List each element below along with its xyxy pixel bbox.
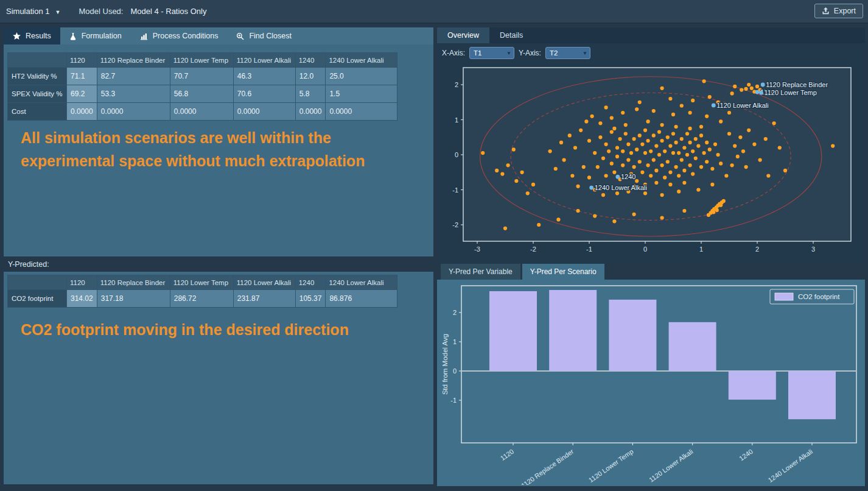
experiment-point	[778, 146, 782, 149]
value-cell[interactable]: 1.5	[326, 85, 397, 103]
tab-results-label: Results	[26, 32, 51, 40]
experiment-point	[598, 135, 602, 139]
y-pred-bar-chart: -101211201120 Replace Binder1120 Lower T…	[440, 281, 863, 485]
experiment-point	[582, 165, 586, 169]
experiment-point	[520, 171, 524, 174]
y-tick-label: 0	[455, 151, 458, 158]
bar[interactable]	[549, 290, 597, 371]
experiment-point	[632, 213, 636, 216]
bar[interactable]	[609, 300, 656, 371]
table-corner-cell	[8, 53, 67, 68]
table-corner-cell	[8, 275, 67, 290]
experiment-point	[727, 132, 731, 135]
value-cell[interactable]: 69.2	[67, 85, 97, 103]
experiment-point	[554, 167, 558, 171]
tab-formulation[interactable]: Formulation	[60, 27, 131, 44]
row-label: Cost	[8, 103, 67, 121]
value-cell[interactable]: 0.0000	[233, 103, 295, 121]
bar[interactable]	[669, 322, 716, 371]
experiment-point	[668, 183, 672, 186]
model-name: Model 4 - Ratios Only	[130, 7, 206, 16]
scenario-point[interactable]	[712, 104, 716, 108]
value-cell[interactable]: 0.0000	[97, 103, 170, 121]
row-label: CO2 footprint	[8, 290, 67, 308]
scenario-point[interactable]	[616, 175, 620, 179]
experiment-point	[736, 155, 740, 158]
axis-controls: X-Axis: T1 ▼ Y-Axis: T2 ▼	[442, 47, 590, 59]
value-cell[interactable]: 0.0000	[170, 103, 233, 121]
value-cell[interactable]: 56.8	[170, 85, 233, 103]
value-cell[interactable]: 86.876	[326, 290, 397, 308]
experiment-point	[710, 183, 714, 186]
scenario-point[interactable]	[759, 91, 763, 95]
experiment-point	[712, 210, 715, 214]
export-icon	[822, 7, 830, 15]
annotation-experimental-space: All simulation scenarios are well within…	[21, 126, 365, 172]
value-cell[interactable]: 25.0	[326, 68, 397, 85]
scenario-point[interactable]	[761, 83, 765, 87]
simulation-selector[interactable]: Simulation 1 ▼	[6, 7, 60, 16]
value-cell[interactable]: 0.0000	[326, 103, 397, 121]
scenario-point[interactable]	[755, 90, 760, 94]
y-tick-label: -1	[452, 186, 458, 194]
scenario-point[interactable]	[589, 186, 593, 190]
experiment-point	[646, 119, 650, 123]
x-axis-dropdown[interactable]: T1 ▼	[469, 47, 514, 59]
simulation-label: Simulation 1	[6, 7, 50, 16]
experiment-point	[677, 151, 681, 155]
experiment-point	[766, 174, 770, 177]
experiment-point	[610, 161, 614, 165]
experiment-point	[666, 135, 670, 139]
value-cell[interactable]: 71.1	[67, 68, 97, 85]
top-bar: Simulation 1 ▼ Model Used: Model 4 - Rat…	[0, 0, 868, 24]
tab-y-pred-per-scenario[interactable]: Y-Pred Per Scenario	[522, 264, 604, 280]
experiment-point	[699, 125, 703, 129]
value-cell[interactable]: 5.8	[295, 85, 326, 103]
value-cell[interactable]: 46.3	[233, 68, 295, 85]
flask-icon	[69, 32, 77, 40]
value-cell[interactable]: 12.0	[295, 68, 326, 85]
value-cell[interactable]: 105.37	[295, 290, 326, 308]
experiment-point	[677, 189, 681, 193]
value-cell[interactable]: 231.87	[233, 290, 295, 308]
experiment-point	[587, 139, 591, 143]
tab-find-closest[interactable]: Find Closest	[227, 27, 300, 44]
experiment-point	[626, 158, 630, 162]
x-axis-label: X-Axis:	[442, 49, 465, 57]
bar[interactable]	[729, 371, 776, 400]
value-cell[interactable]: 0.0000	[295, 103, 326, 121]
score-scatter-plot: 1120 Replace Binder11201120 Lower Temp11…	[437, 63, 863, 253]
scenario-point-label: 1120 Replace Binder	[766, 81, 828, 88]
tab-process-conditions[interactable]: Process Conditions	[131, 27, 228, 44]
export-button[interactable]: Export	[814, 4, 863, 18]
experiment-point	[682, 181, 686, 185]
experiment-point	[584, 119, 588, 123]
tab-details[interactable]: Details	[489, 27, 533, 43]
value-cell[interactable]: 317.18	[97, 290, 170, 308]
experiment-point	[495, 169, 499, 172]
experiment-point	[587, 175, 591, 179]
bar[interactable]	[489, 291, 537, 371]
tab-results[interactable]: Results	[4, 27, 60, 44]
value-cell[interactable]: 82.7	[97, 68, 170, 85]
experiment-point	[680, 137, 684, 141]
tab-overview[interactable]: Overview	[437, 27, 489, 43]
experiment-point	[635, 107, 639, 111]
experiment-point	[596, 165, 600, 169]
value-cell[interactable]: 286.72	[170, 290, 233, 308]
experiment-point	[750, 87, 754, 90]
value-cell[interactable]: 314.02	[67, 290, 97, 308]
y-axis-dropdown[interactable]: T2 ▼	[545, 47, 590, 59]
experiment-point	[668, 97, 672, 101]
value-cell[interactable]: 53.3	[97, 85, 170, 103]
experiment-point	[671, 151, 675, 155]
value-cell[interactable]: 70.6	[233, 85, 295, 103]
value-cell[interactable]: 0.0000	[67, 103, 97, 121]
tab-y-pred-per-variable[interactable]: Y-Pred Per Variable	[441, 264, 520, 280]
experiment-point	[708, 95, 712, 99]
experiment-point	[593, 151, 597, 155]
bar[interactable]	[788, 371, 836, 419]
experiment-point	[638, 160, 642, 163]
experiment-point	[663, 175, 667, 179]
value-cell[interactable]: 70.7	[170, 68, 233, 85]
